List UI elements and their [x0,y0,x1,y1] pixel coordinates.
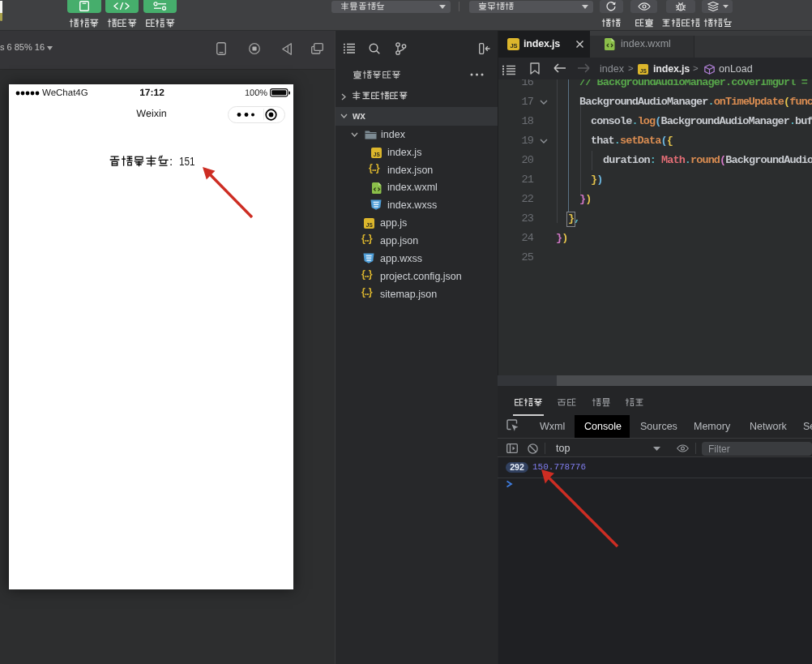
svg-text:JS: JS [640,68,647,74]
svg-text:JS: JS [510,42,517,49]
svg-text:JS: JS [374,152,381,157]
svg-text:JS: JS [366,222,374,228]
